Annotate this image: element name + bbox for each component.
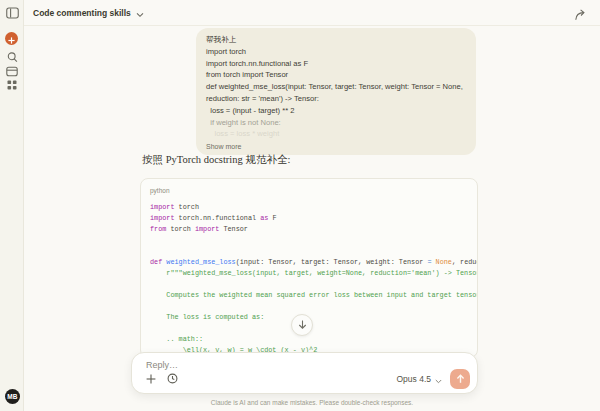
sidebar-toggle-button[interactable] [4,5,20,21]
send-button[interactable] [450,369,470,389]
grid-icon [7,80,17,90]
disclaimer-text: Claude is AI and can make mistakes. Plea… [24,399,600,406]
user-avatar[interactable]: MB [5,389,20,404]
conversation-title: Code commenting skills [33,8,131,18]
assistant-intro-text: 按照 PyTorch docstring 规范补全: [142,153,290,167]
plus-icon [8,30,15,48]
sidebar: MB [0,0,24,411]
composer-toolbar: Opus 4.5 [144,370,470,388]
history-button[interactable] [165,372,179,386]
scroll-to-bottom-button[interactable] [291,314,313,336]
clock-icon [167,370,178,388]
code-language-label: python [150,187,468,194]
projects-box-icon [6,66,18,77]
attach-button[interactable] [144,372,158,386]
chevron-down-icon [435,370,442,388]
new-chat-button[interactable] [5,32,18,45]
share-button[interactable] [573,7,586,20]
conversation-title-button[interactable]: Code commenting skills [33,4,144,22]
plus-icon [146,370,156,388]
user-message-faded-line: loss = loss * weight [206,128,466,140]
model-selector[interactable]: Opus 4.5 [397,370,443,388]
apps-grid-button[interactable] [4,77,20,93]
header: Code commenting skills [24,0,600,26]
user-message-text: 帮我补上import torchimport torch.nn.function… [206,34,466,117]
reply-input[interactable]: Reply… [146,360,178,370]
share-arrow-icon [573,7,586,24]
user-message-faded-line: if weight is not None: [206,117,466,129]
show-more-button[interactable]: Show more [206,143,466,150]
arrow-up-icon [456,372,465,387]
panel-toggle-icon [6,7,19,19]
user-message-bubble: 帮我补上import torchimport torch.nn.function… [196,28,476,155]
chevron-down-icon [136,4,144,22]
model-label: Opus 4.5 [397,374,432,384]
search-icon [7,52,18,63]
reply-composer: Reply… Opus 4.5 [131,352,478,394]
arrow-down-icon [297,316,308,334]
